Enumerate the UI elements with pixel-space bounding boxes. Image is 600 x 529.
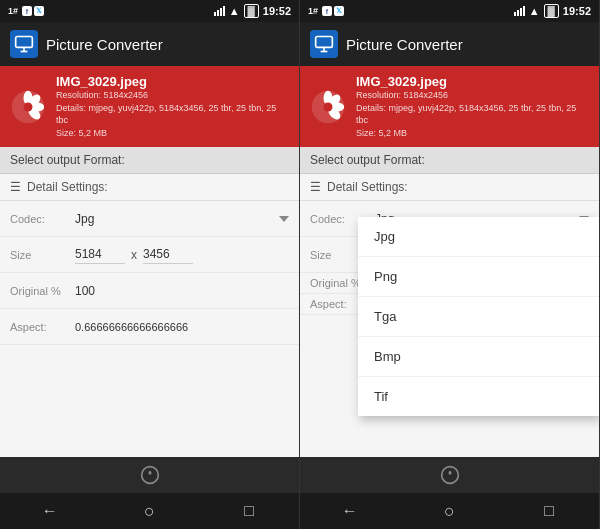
status-time-right: 19:52 — [563, 5, 591, 17]
top-nav-right: Picture Converter — [300, 22, 599, 66]
height-input-left[interactable] — [143, 245, 193, 264]
wifi-icon-right: ▲ — [529, 5, 540, 17]
image-logo-left — [10, 89, 46, 125]
status-time: 19:52 — [263, 5, 291, 17]
signal-icon-right — [514, 6, 525, 16]
status-bar-right: 1# f 𝕏 ▲ ▓ 19:52 — [300, 0, 599, 22]
detail-settings-right: ☰ Detail Settings: — [300, 174, 599, 201]
battery-icon-right: ▓ — [544, 4, 559, 18]
svg-point-18 — [324, 102, 333, 111]
details-left: Details: mjpeg, yuvj422p, 5184x3456, 25 … — [56, 102, 289, 127]
system-icon-left — [136, 461, 164, 489]
system-bar-left — [0, 457, 299, 493]
size-inputs-left: x — [75, 245, 193, 264]
detail-settings-left: ☰ Detail Settings: — [0, 174, 299, 201]
app-icon-right — [310, 30, 338, 58]
image-info-right: IMG_3029.jpeg Resolution: 5184x2456 Deta… — [356, 74, 589, 139]
top-nav-left: Picture Converter — [0, 22, 299, 66]
dropdown-item-jpg[interactable]: Jpg — [358, 217, 599, 257]
svg-rect-0 — [16, 37, 33, 48]
home-button-left[interactable]: ○ — [129, 501, 169, 522]
hamburger-icon-left: ☰ — [10, 180, 21, 194]
image-info-left: IMG_3029.jpeg Resolution: 5184x2456 Deta… — [56, 74, 289, 139]
sim-label-right: 1# — [308, 6, 318, 16]
size-left: Size: 5,2 MB — [56, 127, 289, 140]
image-logo-right — [310, 89, 346, 125]
svg-point-8 — [24, 102, 33, 111]
size-row-left[interactable]: Size x — [0, 237, 299, 273]
home-button-right[interactable]: ○ — [429, 501, 469, 522]
wifi-icon: ▲ — [229, 5, 240, 17]
dropdown-item-png[interactable]: Png — [358, 257, 599, 297]
fb-icons: f 𝕏 — [22, 6, 44, 16]
recents-button-right[interactable]: □ — [529, 502, 569, 520]
aspect-row-left: Aspect: 0.66666666666666666 — [0, 309, 299, 345]
codec-dropdown-menu[interactable]: Jpg Png Tga Bmp Tif — [358, 217, 599, 416]
image-name-right: IMG_3029.jpeg — [356, 74, 589, 89]
resolution-right: Resolution: 5184x2456 — [356, 89, 589, 102]
fb-icon-right: f — [322, 6, 332, 16]
aspect-label-left: Aspect: — [10, 321, 75, 333]
image-header-right: IMG_3029.jpeg Resolution: 5184x2456 Deta… — [300, 66, 599, 147]
status-left-icons-right: 1# f 𝕏 — [308, 6, 344, 16]
panel-left: 1# f 𝕏 ▲ ▓ 19:52 Pict — [0, 0, 300, 529]
battery-icon: ▓ — [244, 4, 259, 18]
recents-button-left[interactable]: □ — [229, 502, 269, 520]
monitor-icon — [14, 34, 34, 54]
flower-logo-right — [310, 89, 346, 125]
system-bar-right — [300, 457, 599, 493]
select-output-label-right: Select output Format: — [300, 147, 599, 174]
size-info-right: Size: 5,2 MB — [356, 127, 589, 140]
dropdown-item-tga[interactable]: Tga — [358, 297, 599, 337]
codec-label-left: Codec: — [10, 213, 75, 225]
twitter-icon: 𝕏 — [34, 6, 44, 16]
content-left: Select output Format: ☰ Detail Settings:… — [0, 147, 299, 457]
status-right-icons-right: ▲ ▓ 19:52 — [514, 4, 591, 18]
status-right-icons: ▲ ▓ 19:52 — [214, 4, 291, 18]
hamburger-icon-right: ☰ — [310, 180, 321, 194]
signal-icon — [214, 6, 225, 16]
content-right: Select output Format: ☰ Detail Settings:… — [300, 147, 599, 457]
resolution-left: Resolution: 5184x2456 — [56, 89, 289, 102]
size-label-left: Size — [10, 249, 75, 261]
svg-rect-10 — [316, 37, 333, 48]
panel-right: 1# f 𝕏 ▲ ▓ 19:52 Pict — [300, 0, 600, 529]
sim-label: 1# — [8, 6, 18, 16]
width-input-left[interactable] — [75, 245, 125, 264]
codec-dropdown-arrow-left[interactable] — [279, 216, 289, 222]
codec-value-container-left[interactable]: Jpg — [75, 212, 289, 226]
size-x-left: x — [131, 248, 137, 262]
original-label-left: Original % — [10, 285, 75, 297]
original-row-left[interactable]: Original % 100 — [0, 273, 299, 309]
twitter-icon-right: 𝕏 — [334, 6, 344, 16]
image-name-left: IMG_3029.jpeg — [56, 74, 289, 89]
select-output-label-left: Select output Format: — [0, 147, 299, 174]
back-button-right[interactable]: ← — [330, 502, 370, 520]
system-icon-right — [436, 461, 464, 489]
app-icon-left — [10, 30, 38, 58]
image-header-left: IMG_3029.jpeg Resolution: 5184x2456 Deta… — [0, 66, 299, 147]
system-logo-left — [140, 465, 160, 485]
monitor-icon-right — [314, 34, 334, 54]
aspect-value-left: 0.66666666666666666 — [75, 321, 188, 333]
app-title-left: Picture Converter — [46, 36, 163, 53]
fb-icon: f — [22, 6, 32, 16]
dropdown-item-tif[interactable]: Tif — [358, 377, 599, 416]
details-right: Details: mjpeg, yuvj422p, 5184x3456, 25 … — [356, 102, 589, 127]
original-value-left: 100 — [75, 284, 289, 298]
system-logo-right — [440, 465, 460, 485]
nav-buttons-right: ← ○ □ — [300, 493, 599, 529]
codec-value-left: Jpg — [75, 212, 94, 226]
app-title-right: Picture Converter — [346, 36, 463, 53]
fb-icons-right: f 𝕏 — [322, 6, 344, 16]
status-left-icons: 1# f 𝕏 — [8, 6, 44, 16]
back-button-left[interactable]: ← — [30, 502, 70, 520]
dropdown-item-bmp[interactable]: Bmp — [358, 337, 599, 377]
status-bar-left: 1# f 𝕏 ▲ ▓ 19:52 — [0, 0, 299, 22]
nav-buttons-left: ← ○ □ — [0, 493, 299, 529]
flower-logo — [10, 89, 46, 125]
codec-row-left[interactable]: Codec: Jpg — [0, 201, 299, 237]
